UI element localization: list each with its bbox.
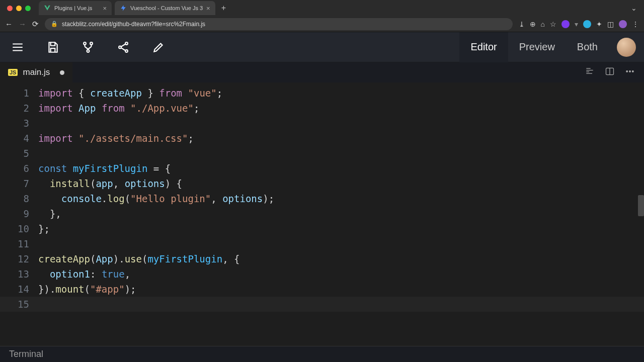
editor-actions	[585, 66, 644, 78]
fork-button[interactable]	[70, 32, 106, 62]
edit-button[interactable]	[141, 32, 176, 62]
star-icon[interactable]: ☆	[550, 20, 556, 28]
browser-tab-plugins[interactable]: Plugins | Vue.js ×	[39, 1, 112, 15]
install-icon[interactable]: ⤓	[519, 20, 525, 28]
file-tab-mainjs[interactable]: JS main.js	[0, 62, 72, 82]
extensions-menu-icon[interactable]: ✦	[596, 20, 602, 28]
user-avatar[interactable]	[617, 38, 636, 57]
chevron-down-icon[interactable]: ⌄	[631, 4, 640, 12]
svg-point-3	[119, 46, 121, 48]
window-controls[interactable]	[7, 6, 31, 11]
reload-button[interactable]: ⟳	[32, 20, 39, 29]
svg-point-2	[87, 50, 90, 52]
file-tab-bar: JS main.js	[0, 62, 644, 82]
url-text: stackblitz.com/edit/github-dteavm?file=s…	[62, 21, 205, 28]
code-editor[interactable]: 123456789101112131415 import { createApp…	[0, 82, 644, 344]
lock-icon: 🔒	[51, 21, 58, 27]
zoom-icon[interactable]: ⌂	[541, 20, 545, 28]
tab-title: Vueschool - Custom Vue Js 3	[130, 5, 203, 11]
tab-strip: Plugins | Vue.js × Vueschool - Custom Vu…	[0, 0, 644, 16]
search-icon[interactable]: ⊕	[530, 20, 536, 28]
save-button[interactable]	[35, 32, 70, 62]
svg-point-1	[90, 42, 93, 45]
browser-actions: ⤓ ⊕ ⌂ ☆ ▾ ✦ ◫ ⋮	[519, 20, 639, 28]
split-editor-icon[interactable]	[605, 66, 615, 78]
svg-point-0	[84, 42, 86, 45]
kebab-menu-icon[interactable]: ⋮	[632, 20, 639, 28]
maximize-window-icon[interactable]	[25, 6, 31, 11]
unsaved-indicator-icon	[60, 70, 64, 75]
browser-tab-vueschool[interactable]: Vueschool - Custom Vue Js 3 ×	[115, 1, 215, 15]
svg-point-8	[629, 71, 631, 72]
prettier-icon[interactable]	[585, 66, 595, 78]
new-tab-button[interactable]: +	[218, 4, 229, 13]
sidepanel-icon[interactable]: ◫	[607, 20, 614, 28]
js-badge-icon: JS	[8, 69, 18, 76]
view-tab-both[interactable]: Both	[566, 32, 609, 62]
editor-scrollbar[interactable]	[638, 82, 644, 344]
more-actions-icon[interactable]	[625, 66, 635, 78]
minimize-window-icon[interactable]	[16, 6, 22, 11]
terminal-panel[interactable]: Terminal	[0, 346, 644, 362]
code-content[interactable]: import { createApp } from "vue"; import …	[38, 82, 644, 344]
menu-button[interactable]	[0, 32, 35, 62]
scrollbar-thumb[interactable]	[638, 195, 644, 216]
browser-chrome: Plugins | Vue.js × Vueschool - Custom Vu…	[0, 0, 644, 32]
view-mode-tabs: Editor Preview Both	[459, 32, 609, 62]
extension-icon[interactable]: ▾	[575, 20, 578, 28]
profile-avatar-icon[interactable]	[619, 20, 627, 28]
app-toolbar: Editor Preview Both	[0, 32, 644, 62]
forward-button[interactable]: →	[19, 20, 26, 28]
svg-point-4	[125, 42, 128, 45]
view-tab-preview[interactable]: Preview	[508, 32, 566, 62]
close-window-icon[interactable]	[7, 6, 13, 11]
svg-point-9	[632, 71, 634, 72]
close-tab-icon[interactable]: ×	[206, 5, 210, 12]
vue-favicon-icon	[44, 5, 51, 12]
back-button[interactable]: ←	[5, 20, 13, 28]
close-tab-icon[interactable]: ×	[103, 5, 107, 12]
view-tab-editor[interactable]: Editor	[459, 32, 508, 62]
tab-title: Plugins | Vue.js	[54, 5, 92, 11]
svg-point-5	[125, 50, 128, 52]
file-name: main.js	[23, 67, 50, 77]
extension-icon[interactable]	[561, 20, 570, 28]
terminal-label: Terminal	[9, 349, 43, 359]
address-bar: ← → ⟳ 🔒 stackblitz.com/edit/github-dteav…	[0, 16, 644, 32]
url-input[interactable]: 🔒 stackblitz.com/edit/github-dteavm?file…	[45, 18, 513, 30]
extension-icon[interactable]	[583, 20, 591, 28]
bolt-favicon-icon	[120, 5, 127, 12]
svg-point-7	[626, 71, 628, 72]
share-button[interactable]	[106, 32, 141, 62]
